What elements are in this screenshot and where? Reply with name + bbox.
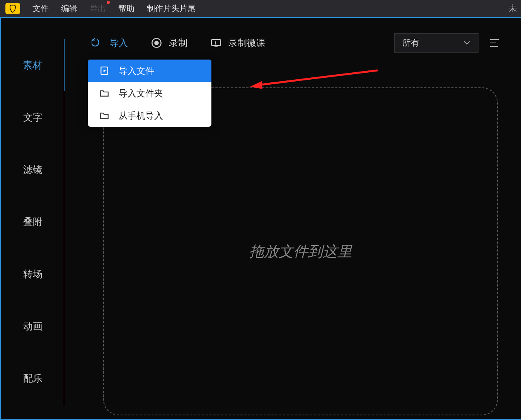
sidebar-item-filter[interactable]: 滤镜 [1, 143, 65, 196]
import-dropdown-menu: 导入文件 导入文件夹 从手机导入 [88, 60, 211, 127]
bee-icon [8, 4, 17, 13]
sidebar-item-transition[interactable]: 转场 [1, 248, 65, 300]
sidebar-item-animation[interactable]: 动画 [1, 300, 65, 352]
dropdown-import-folder[interactable]: 导入文件夹 [88, 82, 211, 104]
folder-icon [99, 111, 109, 121]
svg-line-4 [258, 70, 378, 85]
toolbar: 导入 录制 录制微课 所有 [92, 33, 502, 53]
window-title-partial: 未 [509, 3, 517, 14]
import-arrow-icon [92, 38, 102, 48]
list-line-icon [490, 43, 496, 43]
sidebar-divider [64, 77, 64, 406]
arrow-annotation-icon [250, 67, 381, 90]
app-logo [5, 3, 20, 14]
dropdown-import-file[interactable]: 导入文件 [88, 60, 211, 82]
file-play-icon [99, 66, 109, 76]
list-line-icon [490, 39, 499, 40]
record-lesson-button[interactable]: 录制微课 [211, 37, 266, 49]
list-line-icon [490, 46, 498, 47]
svg-point-1 [154, 41, 159, 45]
menu-export[interactable]: 导出 [90, 3, 106, 14]
chevron-down-icon [463, 41, 470, 45]
import-button[interactable]: 导入 [92, 37, 128, 49]
notification-dot-icon [107, 1, 110, 4]
main-panel: 导入 录制 录制微课 所有 [65, 18, 521, 419]
record-label: 录制 [169, 37, 187, 49]
dropzone[interactable]: 拖放文件到这里 [103, 87, 498, 415]
dropdown-item-label: 导入文件夹 [119, 87, 163, 99]
dropzone-text: 拖放文件到这里 [249, 242, 352, 261]
record-button[interactable]: 录制 [151, 37, 187, 49]
record-circle-icon [151, 38, 162, 48]
menu-edit[interactable]: 编辑 [61, 3, 77, 14]
menu-intro-outro[interactable]: 制作片头片尾 [147, 3, 196, 14]
record-lesson-label: 录制微课 [228, 37, 266, 49]
toolbar-right: 所有 [394, 33, 502, 53]
folder-icon [99, 88, 109, 98]
sidebar: 素材 文字 滤镜 叠附 转场 动画 配乐 [1, 18, 65, 419]
workspace: 素材 文字 滤镜 叠附 转场 动画 配乐 导入 录制 [0, 17, 521, 420]
sidebar-item-media[interactable]: 素材 [1, 39, 65, 91]
dropdown-item-label: 导入文件 [119, 65, 154, 77]
filter-selected-label: 所有 [402, 37, 419, 49]
menu-file[interactable]: 文件 [32, 3, 49, 14]
sidebar-item-music[interactable]: 配乐 [1, 352, 65, 405]
dropdown-import-phone[interactable]: 从手机导入 [88, 104, 211, 127]
screen-record-icon [211, 38, 221, 48]
menu-help[interactable]: 帮助 [118, 3, 135, 14]
menubar: 文件 编辑 导出 帮助 制作片头片尾 未 [0, 0, 521, 17]
sidebar-item-text[interactable]: 文字 [1, 91, 65, 143]
list-view-toggle[interactable] [490, 37, 502, 49]
filter-select[interactable]: 所有 [394, 33, 478, 53]
sidebar-item-overlay[interactable]: 叠附 [1, 196, 65, 248]
svg-rect-2 [211, 39, 221, 46]
dropdown-item-label: 从手机导入 [119, 110, 163, 122]
import-label: 导入 [109, 37, 128, 49]
menu-export-label: 导出 [90, 4, 106, 13]
